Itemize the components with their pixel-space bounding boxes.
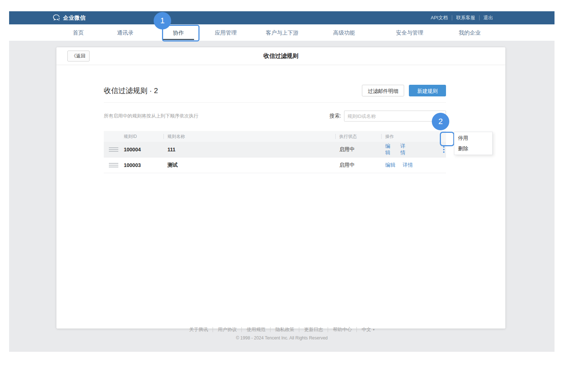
actions-cell: 编辑 详情 [385, 143, 446, 156]
drag-handle-icon[interactable] [109, 163, 118, 167]
rule-id: 100003 [124, 162, 167, 168]
rules-table: 规则ID 规则名称 执行状态 操作 100004 111 启用中 编辑 详情 [104, 131, 446, 173]
footer-links: 关于腾讯 用户协议 使用规范 隐私政策 更新日志 帮助中心 中文 ▾ [9, 327, 555, 332]
more-actions-icon[interactable] [442, 145, 446, 154]
topbar-links: API文档 联系客服 退出 [427, 15, 497, 20]
nav-tab[interactable]: 首页 [73, 24, 84, 41]
drag-handle-icon[interactable] [109, 147, 118, 152]
nav-tab[interactable]: 我的企业 [459, 24, 481, 41]
panel-header: 《返回 收信过滤规则 [56, 47, 505, 65]
page-title: 收信过滤规则 [56, 47, 505, 65]
main-nav: 首页 通讯录 协作 应用管理 客户与上下游 高级功能 安全与管理 我的企业 [9, 24, 555, 41]
footer-link[interactable]: 使用规范 [241, 327, 270, 332]
wecom-bubble-icon [53, 14, 60, 21]
footer-link[interactable]: 帮助中心 [328, 327, 356, 332]
mail-filter-panel: 《返回 收信过滤规则 收信过滤规则 · 2 过滤邮件明细 新建规则 所有启用中的… [56, 47, 505, 329]
actions-cell: 编辑 详情 [385, 162, 446, 168]
row-context-menu: 停用 删除 [454, 132, 493, 155]
section-head: 收信过滤规则 · 2 过滤邮件明细 新建规则 [104, 85, 446, 96]
step-badge-1: 1 [154, 12, 171, 29]
detail-link[interactable]: 详情 [403, 162, 413, 168]
nav-tab[interactable]: 高级功能 [333, 24, 355, 41]
footer-link[interactable]: 更新日志 [299, 327, 328, 332]
nav-tab[interactable]: 客户与上下游 [266, 24, 299, 41]
caret-down-icon: ▾ [373, 327, 375, 332]
copyright: © 1998 - 2024 Tencent Inc. All Rights Re… [9, 335, 555, 341]
back-button[interactable]: 《返回 [67, 51, 90, 61]
detail-link[interactable]: 详情 [400, 143, 409, 156]
language-selector[interactable]: 中文 ▾ [356, 327, 379, 332]
rule-name: 测试 [167, 162, 339, 168]
table-header-row: 规则ID 规则名称 执行状态 操作 [104, 131, 446, 142]
divider [104, 102, 446, 103]
footer-link[interactable]: 用户协议 [213, 327, 241, 332]
col-actions: 操作 [385, 134, 446, 140]
rule-name: 111 [167, 147, 339, 152]
search-label: 搜索: [329, 113, 341, 119]
rules-hint-text: 所有启用中的规则将按从上到下顺序依次执行 [104, 113, 198, 119]
topbar-link[interactable]: 联系客服 [452, 15, 479, 20]
step-badge-2: 2 [432, 113, 449, 130]
table-row: 100003 测试 启用中 编辑 详情 [104, 158, 446, 173]
topbar-link[interactable]: 退出 [479, 15, 497, 20]
topbar-link[interactable]: API文档 [427, 15, 452, 20]
col-rule-name: 规则名称 [167, 134, 339, 140]
handle-cell [104, 163, 124, 167]
nav-tab[interactable]: 协作 [173, 24, 184, 41]
language-label: 中文 [362, 327, 371, 332]
col-rule-id: 规则ID [124, 134, 167, 140]
filter-detail-button[interactable]: 过滤邮件明细 [362, 85, 404, 96]
top-bar: 企业微信 API文档 联系客服 退出 [9, 11, 555, 24]
edit-link[interactable]: 编辑 [385, 143, 393, 156]
footer: 关于腾讯 用户协议 使用规范 隐私政策 更新日志 帮助中心 中文 ▾ © 199… [9, 327, 555, 341]
rule-status: 启用中 [339, 146, 385, 153]
search-input[interactable] [344, 111, 446, 122]
footer-link[interactable]: 关于腾讯 [184, 327, 213, 332]
rule-id: 100004 [124, 147, 167, 152]
create-rule-button[interactable]: 新建规则 [409, 85, 446, 96]
nav-tab[interactable]: 安全与管理 [396, 24, 423, 41]
edit-link[interactable]: 编辑 [385, 162, 395, 168]
header-buttons: 过滤邮件明细 新建规则 [362, 85, 446, 96]
handle-cell [104, 147, 124, 152]
table-row: 100004 111 启用中 编辑 详情 [104, 142, 446, 158]
context-menu-item[interactable]: 停用 [454, 133, 492, 143]
context-menu-item[interactable]: 删除 [454, 143, 492, 154]
search-box: 搜索: [329, 111, 446, 122]
rule-status: 启用中 [339, 162, 385, 168]
col-status: 执行状态 [339, 134, 385, 140]
footer-link[interactable]: 隐私政策 [270, 327, 299, 332]
logo-text: 企业微信 [63, 15, 86, 21]
wecom-logo: 企业微信 [53, 14, 86, 21]
section-title: 收信过滤规则 · 2 [104, 86, 158, 96]
nav-tab[interactable]: 应用管理 [215, 24, 237, 41]
nav-tab[interactable]: 通讯录 [117, 24, 134, 41]
toolbar-row: 所有启用中的规则将按从上到下顺序依次执行 搜索: [104, 111, 446, 122]
